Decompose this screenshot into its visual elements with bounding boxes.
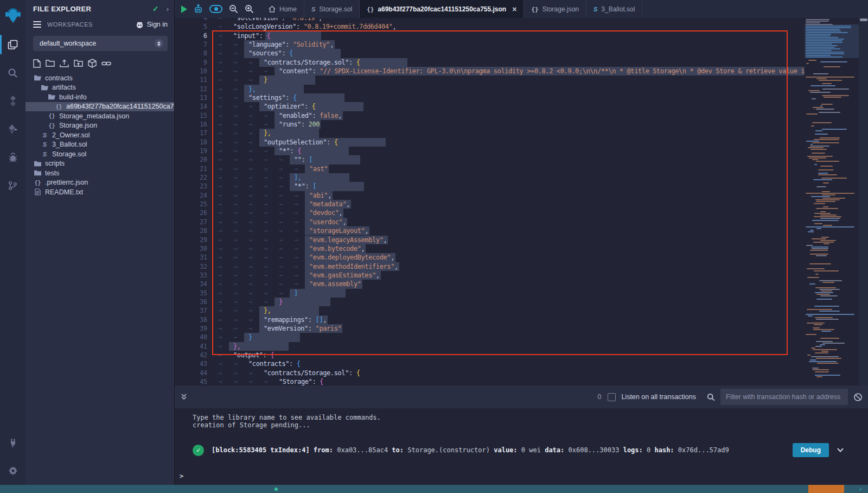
code-line: 35→→→→→] xyxy=(175,289,805,298)
line-number: 35 xyxy=(182,289,207,298)
terminal-prompt[interactable]: > xyxy=(180,472,183,480)
settings-gear-icon[interactable] xyxy=(0,457,25,485)
minimap-line xyxy=(813,73,828,74)
code-line: 23→→→→→"*": [ xyxy=(175,182,805,191)
remix-logo-icon[interactable] xyxy=(0,0,25,30)
ipfs-box-icon[interactable] xyxy=(88,59,97,68)
code-line: 4→"solcVersion": "0.8.19", xyxy=(175,18,805,22)
tree-item-storage-metadata-json[interactable]: {}Storage_metadata.json xyxy=(25,111,174,121)
listen-transactions-checkbox[interactable] xyxy=(608,393,616,401)
code-line: 43→→"contracts": { xyxy=(175,359,805,368)
code-text: "userdoc", xyxy=(309,218,346,226)
code-text: } xyxy=(279,298,283,306)
indent-arrow: → xyxy=(279,244,283,253)
line-number: 24 xyxy=(182,191,207,200)
tree-item-2-owner-sol[interactable]: S2_Owner.sol xyxy=(25,130,174,140)
indent-arrow: → xyxy=(248,253,252,262)
debugger-icon[interactable] xyxy=(0,143,25,172)
indent-arrow: → xyxy=(248,147,252,155)
minimap-line xyxy=(822,83,832,84)
run-script-button[interactable] xyxy=(181,5,187,13)
indent-arrow: → xyxy=(248,129,252,137)
activity-bar xyxy=(0,0,25,485)
code-editor[interactable]: 4→"solcVersion": "0.8.19",5→"solcLongVer… xyxy=(175,18,868,385)
minimap-line xyxy=(812,159,818,160)
tab-home[interactable]: Home xyxy=(261,0,304,18)
tree-item-label: artifacts xyxy=(52,84,76,91)
indent-arrow: → xyxy=(294,165,298,173)
search-icon[interactable] xyxy=(0,59,25,87)
close-tab-icon[interactable]: × xyxy=(512,5,516,14)
tree-item-artifacts[interactable]: artifacts xyxy=(25,83,174,93)
minimap-line xyxy=(806,52,844,53)
tab-storage-sol[interactable]: SStorage.sol xyxy=(304,0,360,18)
tab-3-ballot-sol[interactable]: S3_Ballot.sol xyxy=(586,0,642,18)
zoom-out-icon[interactable] xyxy=(229,4,238,14)
minimap-line xyxy=(806,48,840,49)
clear-console-icon[interactable] xyxy=(853,393,863,402)
workspace-menu-icon[interactable] xyxy=(33,21,41,28)
sign-in-button[interactable]: Sign in xyxy=(136,21,168,28)
upload-folder-icon[interactable] xyxy=(74,59,83,67)
minimap-line xyxy=(815,130,822,131)
debug-button[interactable]: Debug xyxy=(793,443,829,457)
tree-item-contracts[interactable]: contracts xyxy=(25,73,174,83)
git-icon[interactable] xyxy=(0,172,25,200)
tree-item-3-ballot-sol[interactable]: S3_Ballot.sol xyxy=(25,140,174,150)
indent-arrow: → xyxy=(233,155,237,164)
status-alert-badge[interactable] xyxy=(808,485,844,493)
code-line: 44→→→"contracts/Storage.sol": { xyxy=(175,369,805,377)
tree-item-tests[interactable]: tests xyxy=(25,168,174,178)
tx-filter-input[interactable] xyxy=(720,389,848,405)
tree-item-storage-json[interactable]: {}Storage.json xyxy=(25,121,174,131)
tree-item-scripts[interactable]: scripts xyxy=(25,159,174,169)
minimap-line xyxy=(823,206,828,207)
tree-item--prettierrc-json[interactable]: {}.prettierrc.json xyxy=(25,178,174,188)
panel-expand-icon[interactable]: › xyxy=(167,5,169,13)
editor-lines: 4→"solcVersion": "0.8.19",5→"solcLongVer… xyxy=(175,18,805,385)
expand-tx-icon[interactable] xyxy=(837,447,844,453)
tree-item-readme-txt[interactable]: README.txt xyxy=(25,187,174,197)
indent-arrow: → xyxy=(248,111,252,120)
new-file-icon[interactable] xyxy=(33,59,41,68)
collapse-terminal-icon[interactable] xyxy=(180,393,188,401)
plugin-manager-icon[interactable] xyxy=(0,428,25,457)
ai-toggle[interactable] xyxy=(209,5,222,13)
solidity-compiler-icon[interactable] xyxy=(0,87,25,115)
line-number: 29 xyxy=(182,236,207,244)
tab-a69b43f277ba20fcac141151250ca755-json[interactable]: {}a69b43f277ba20fcac141151250ca755.json× xyxy=(360,0,524,18)
new-folder-icon[interactable] xyxy=(46,59,55,67)
tree-item-build-info[interactable]: build-info xyxy=(25,92,174,102)
deploy-run-icon[interactable] xyxy=(0,115,25,143)
workspace-select[interactable]: default_workspace xyxy=(33,36,168,51)
minimap-line xyxy=(821,178,847,179)
panel-title: FILE EXPLORER xyxy=(33,5,152,13)
minimap-line xyxy=(806,77,854,78)
zoom-in-icon[interactable] xyxy=(245,4,254,14)
tree-item-a69b43f277ba20fcac141151250ca7-[interactable]: {}a69b43f277ba20fcac141151250ca7... xyxy=(25,102,174,112)
minimap-line xyxy=(808,315,813,317)
minimap-line xyxy=(810,92,831,93)
scrollbar-thumb[interactable] xyxy=(860,18,867,21)
minimap-line xyxy=(816,255,827,256)
editor-scrollbar[interactable] xyxy=(859,18,868,385)
minimap-line xyxy=(820,344,825,345)
tx-summary: [block:5583405 txIndex:4] from: 0xa03...… xyxy=(212,446,785,454)
indent-arrow: → xyxy=(233,208,237,217)
upload-file-icon[interactable] xyxy=(60,59,69,68)
terminal-output[interactable]: Type the library name to see available c… xyxy=(175,408,868,485)
minimap-line xyxy=(809,157,826,159)
ai-assistant-icon[interactable] xyxy=(194,4,203,14)
tab-storage-json[interactable]: {}Storage.json xyxy=(524,0,586,18)
minimap-line xyxy=(810,230,814,231)
tree-item-storage-sol[interactable]: SStorage.sol xyxy=(25,149,174,159)
line-number: 31 xyxy=(182,253,207,262)
file-explorer-icon[interactable] xyxy=(0,30,25,59)
editor-minimap[interactable] xyxy=(805,18,859,385)
tab-bar: HomeSStorage.sol{}a69b43f277ba20fcac1411… xyxy=(175,0,868,18)
code-text: "abi", xyxy=(309,191,331,200)
minimap-line xyxy=(812,142,839,143)
indent-arrow: → xyxy=(264,280,267,288)
indent-arrow: → xyxy=(264,111,267,120)
link-icon[interactable] xyxy=(101,60,111,67)
